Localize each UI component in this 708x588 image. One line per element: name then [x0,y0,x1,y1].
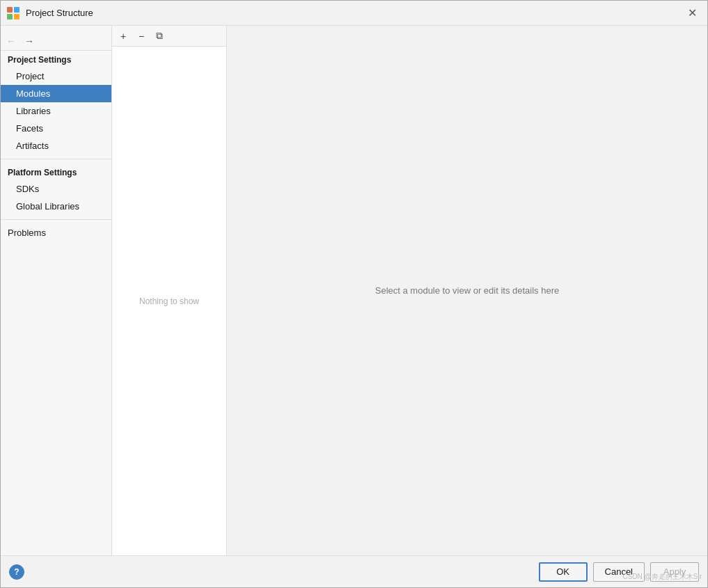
sidebar-item-global-libraries[interactable]: Global Libraries [1,198,111,215]
add-module-button[interactable]: + [115,29,132,44]
ok-button[interactable]: OK [539,562,588,582]
nav-arrows: ← → [1,31,111,51]
sidebar-item-sdks[interactable]: SDKs [1,180,111,198]
svg-rect-1 [14,7,19,13]
app-icon [6,6,20,20]
close-button[interactable]: ✕ [682,3,702,23]
platform-settings-header: Platform Settings [1,164,111,180]
sidebar-item-artifacts[interactable]: Artifacts [1,137,111,154]
forward-button[interactable]: → [22,33,37,49]
svg-rect-0 [7,7,13,13]
center-toolbar: + − ⧉ [112,26,226,47]
sidebar-item-problems[interactable]: Problems [1,224,111,241]
sidebar-divider-1 [1,159,111,159]
project-settings-header: Project Settings [1,51,111,67]
main-content: ← → Project Settings Project Modules Lib… [1,26,707,555]
back-button[interactable]: ← [3,33,19,49]
project-structure-dialog: Project Structure ✕ ← → Project Settings… [0,0,708,588]
sidebar-divider-2 [1,219,111,220]
sidebar-item-facets[interactable]: Facets [1,120,111,137]
right-panel-placeholder: Select a module to view or edit its deta… [375,285,559,296]
help-button[interactable]: ? [9,564,24,580]
svg-rect-3 [14,14,19,19]
right-panel: Select a module to view or edit its deta… [227,26,707,555]
copy-module-button[interactable]: ⧉ [151,29,168,44]
sidebar: ← → Project Settings Project Modules Lib… [1,26,112,555]
remove-module-button[interactable]: − [133,29,150,44]
sidebar-item-libraries[interactable]: Libraries [1,102,111,120]
sidebar-item-project[interactable]: Project [1,67,111,85]
footer: ? OK Cancel Apply [1,555,707,587]
title-bar: Project Structure ✕ [1,1,707,26]
sidebar-item-modules[interactable]: Modules [1,85,111,102]
svg-rect-2 [7,14,13,19]
center-empty-message: Nothing to show [112,47,226,555]
dialog-title: Project Structure [26,8,682,18]
watermark: CSDN @奔走的王木木Sir [623,572,702,582]
center-panel: + − ⧉ Nothing to show [112,26,227,555]
